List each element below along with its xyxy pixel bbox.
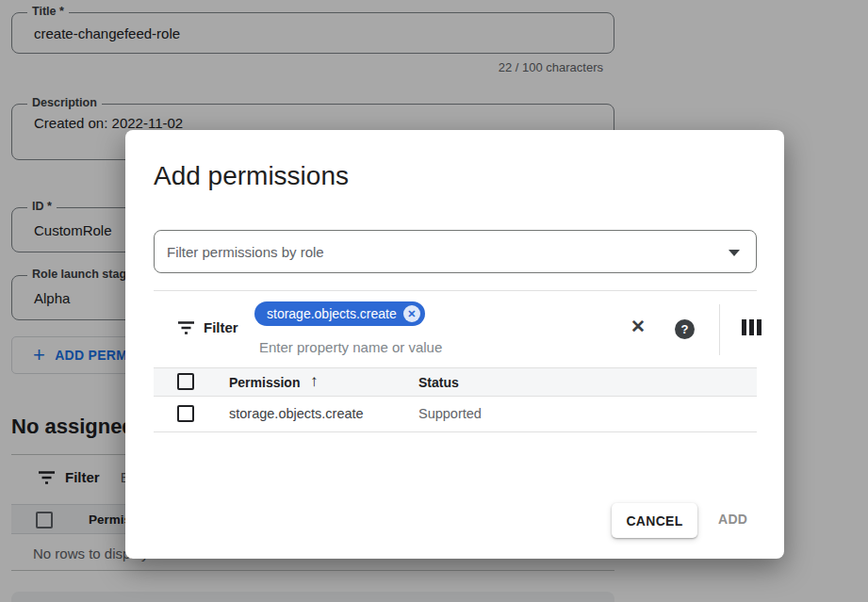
permission-cell: storage.objects.create	[229, 406, 364, 421]
filter-chip-label: storage.objects.create	[267, 306, 397, 321]
filter-list-icon	[177, 320, 195, 335]
add-button[interactable]: ADD	[718, 512, 747, 527]
sort-ascending-icon[interactable]: ↑	[310, 372, 319, 391]
row-checkbox[interactable]	[177, 405, 194, 422]
help-icon[interactable]: ?	[675, 319, 695, 339]
cancel-button[interactable]: CANCEL	[612, 503, 697, 538]
clear-filters-icon[interactable]: ✕	[627, 316, 649, 338]
column-display-options-icon[interactable]	[742, 319, 762, 335]
permissions-filter-toolbar: Filter storage.objects.create ✕ Enter pr…	[154, 290, 757, 367]
permissions-table-header: Permission ↑ Status	[154, 367, 757, 397]
permission-column-header[interactable]: Permission	[229, 375, 300, 390]
filter-label: Filter	[204, 319, 238, 335]
chevron-down-icon	[729, 250, 740, 256]
status-column-header[interactable]: Status	[418, 375, 459, 390]
table-row[interactable]: storage.objects.create Supported	[154, 397, 757, 432]
select-all-checkbox[interactable]	[177, 373, 194, 390]
role-select-placeholder: Filter permissions by role	[167, 244, 324, 260]
filter-input-placeholder[interactable]: Enter property name or value	[259, 339, 442, 355]
chip-remove-icon[interactable]: ✕	[403, 305, 420, 322]
filter-button[interactable]: Filter	[177, 319, 238, 335]
toolbar-divider	[719, 304, 720, 355]
add-permissions-dialog: Add permissions Filter permissions by ro…	[125, 130, 784, 559]
filter-permissions-by-role-select[interactable]: Filter permissions by role	[154, 230, 757, 273]
status-cell: Supported	[418, 406, 482, 421]
filter-chip[interactable]: storage.objects.create ✕	[254, 301, 425, 326]
dialog-title: Add permissions	[154, 161, 349, 191]
